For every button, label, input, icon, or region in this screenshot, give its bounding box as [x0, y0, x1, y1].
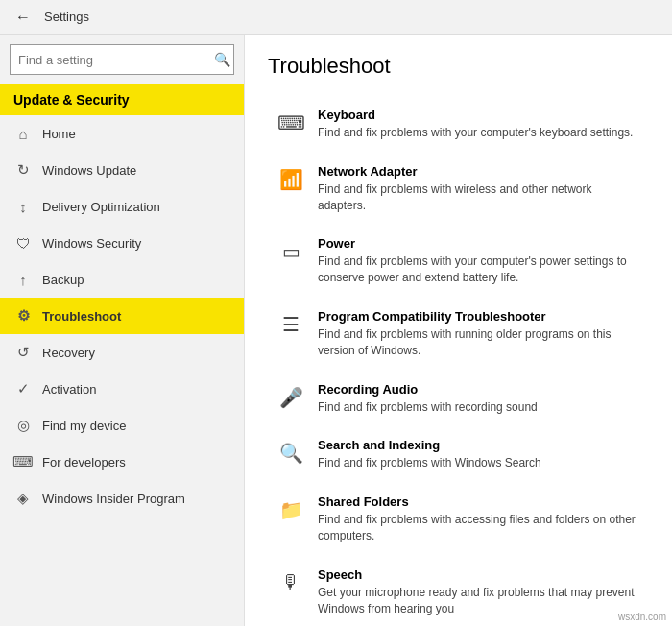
- trouble-item-program-compatibility[interactable]: ☰Program Compatibility TroubleshooterFin…: [268, 298, 649, 371]
- power-desc: Find and fix problems with your computer…: [318, 253, 639, 286]
- sidebar-item-troubleshoot[interactable]: ⚙Troubleshoot: [0, 298, 244, 334]
- sidebar-label-find-my-device: Find my device: [42, 419, 126, 433]
- main-container: 🔍 Update & Security ⌂Home↻Windows Update…: [0, 35, 672, 626]
- sidebar-item-delivery-optimization[interactable]: ↕Delivery Optimization: [0, 188, 244, 225]
- keyboard-desc: Find and fix problems with your computer…: [318, 125, 633, 141]
- program-compatibility-name: Program Compatibility Troubleshooter: [318, 309, 639, 324]
- title-bar: ← Settings: [0, 0, 672, 35]
- program-compatibility-icon: ☰: [277, 311, 304, 338]
- sidebar-item-windows-security[interactable]: 🛡Windows Security: [0, 225, 244, 261]
- windows-insider-icon: ◈: [13, 489, 33, 508]
- trouble-list: ⌨KeyboardFind and fix problems with your…: [268, 96, 649, 626]
- back-button[interactable]: ←: [10, 4, 36, 31]
- trouble-item-speech[interactable]: 🎙SpeechGet your microphone ready and fix…: [268, 556, 649, 626]
- sidebar-section-header[interactable]: Update & Security: [0, 84, 244, 115]
- sidebar-item-recovery[interactable]: ↺Recovery: [0, 334, 244, 371]
- recording-audio-name: Recording Audio: [318, 382, 538, 397]
- sidebar-label-recovery: Recovery: [42, 346, 95, 360]
- sidebar-item-backup[interactable]: ↑Backup: [0, 261, 244, 298]
- network-adapter-icon: 📶: [277, 166, 304, 193]
- search-icon[interactable]: 🔍: [214, 52, 230, 67]
- activation-icon: ✓: [13, 379, 33, 398]
- watermark: wsxdn.com: [618, 612, 666, 622]
- recovery-icon: ↺: [13, 343, 33, 362]
- network-adapter-name: Network Adapter: [318, 164, 639, 179]
- sidebar-item-windows-insider[interactable]: ◈Windows Insider Program: [0, 480, 244, 517]
- search-indexing-desc: Find and fix problems with Windows Searc…: [318, 455, 541, 471]
- sidebar-label-troubleshoot: Troubleshoot: [42, 309, 121, 324]
- sidebar-item-for-developers[interactable]: ⌨For developers: [0, 444, 244, 480]
- keyboard-icon: ⌨: [277, 109, 304, 136]
- page-title: Troubleshoot: [268, 54, 649, 79]
- sidebar-item-windows-update[interactable]: ↻Windows Update: [0, 152, 244, 188]
- windows-security-icon: 🛡: [13, 233, 33, 253]
- find-my-device-icon: ◎: [13, 416, 33, 435]
- sidebar-label-home: Home: [42, 127, 76, 141]
- search-input[interactable]: [10, 44, 234, 75]
- home-icon: ⌂: [13, 124, 33, 143]
- windows-update-icon: ↻: [13, 160, 33, 180]
- sidebar-items: ⌂Home↻Windows Update↕Delivery Optimizati…: [0, 115, 244, 517]
- network-adapter-desc: Find and fix problems with wireless and …: [318, 181, 639, 214]
- shared-folders-icon: 📁: [277, 496, 304, 523]
- search-indexing-name: Search and Indexing: [318, 438, 541, 452]
- content-area: Troubleshoot ⌨KeyboardFind and fix probl…: [245, 35, 672, 626]
- search-box: 🔍: [10, 44, 234, 75]
- recording-audio-desc: Find and fix problems with recording sou…: [318, 399, 538, 416]
- sidebar: 🔍 Update & Security ⌂Home↻Windows Update…: [0, 35, 245, 626]
- troubleshoot-icon: ⚙: [13, 306, 33, 325]
- trouble-item-search-indexing[interactable]: 🔍Search and IndexingFind and fix problem…: [268, 426, 649, 483]
- shared-folders-desc: Find and fix problems with accessing fil…: [318, 512, 639, 544]
- program-compatibility-desc: Find and fix problems with running older…: [318, 326, 639, 359]
- trouble-item-network-adapter[interactable]: 📶Network AdapterFind and fix problems wi…: [268, 153, 649, 226]
- delivery-optimization-icon: ↕: [13, 197, 33, 216]
- title-bar-title: Settings: [44, 10, 89, 24]
- power-icon: ▭: [277, 238, 304, 265]
- trouble-item-shared-folders[interactable]: 📁Shared FoldersFind and fix problems wit…: [268, 483, 649, 556]
- trouble-item-power[interactable]: ▭PowerFind and fix problems with your co…: [268, 225, 649, 298]
- speech-desc: Get your microphone ready and fix proble…: [318, 585, 639, 617]
- for-developers-icon: ⌨: [13, 452, 33, 471]
- power-name: Power: [318, 236, 639, 251]
- sidebar-label-windows-update: Windows Update: [42, 163, 136, 178]
- trouble-item-recording-audio[interactable]: 🎤Recording AudioFind and fix problems wi…: [268, 371, 649, 427]
- sidebar-item-home[interactable]: ⌂Home: [0, 115, 244, 152]
- sidebar-label-backup: Backup: [42, 273, 84, 287]
- recording-audio-icon: 🎤: [277, 384, 304, 411]
- backup-icon: ↑: [13, 270, 33, 289]
- sidebar-label-for-developers: For developers: [42, 455, 126, 470]
- sidebar-label-delivery-optimization: Delivery Optimization: [42, 200, 160, 214]
- sidebar-label-windows-insider: Windows Insider Program: [42, 492, 185, 506]
- search-indexing-icon: 🔍: [277, 440, 304, 467]
- sidebar-item-activation[interactable]: ✓Activation: [0, 371, 244, 407]
- sidebar-item-find-my-device[interactable]: ◎Find my device: [0, 407, 244, 444]
- keyboard-name: Keyboard: [318, 108, 633, 122]
- speech-icon: 🎙: [277, 569, 304, 596]
- speech-name: Speech: [318, 567, 639, 582]
- sidebar-label-activation: Activation: [42, 382, 96, 397]
- trouble-item-keyboard[interactable]: ⌨KeyboardFind and fix problems with your…: [268, 96, 649, 153]
- shared-folders-name: Shared Folders: [318, 494, 639, 509]
- sidebar-label-windows-security: Windows Security: [42, 236, 141, 251]
